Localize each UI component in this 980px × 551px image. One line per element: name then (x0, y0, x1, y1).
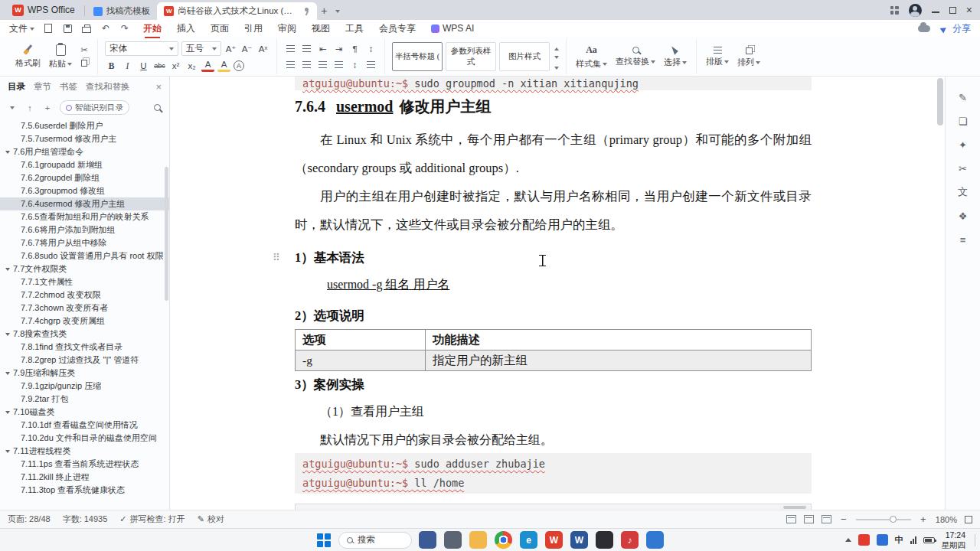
format-painter-button[interactable]: 格式刷 (13, 44, 43, 69)
select-button[interactable]: 选择 (662, 45, 689, 68)
page-indicator[interactable]: 页面: 28/48 (8, 514, 51, 525)
file-menu[interactable]: 文件 (9, 22, 34, 35)
spellcheck-status[interactable]: ✓拼写检查: 打开 (119, 514, 185, 525)
outline-item[interactable]: 7.9压缩和解压类 (0, 367, 169, 380)
outline-item[interactable]: 7.8.2grep 过滤查找及 "|" 管道符 (0, 354, 169, 367)
taskbar-search[interactable]: 搜索 (338, 532, 412, 549)
close-button[interactable]: × (966, 5, 972, 15)
chevron-down-icon[interactable] (5, 268, 10, 273)
tab-list-chevron[interactable] (331, 3, 345, 18)
shading-button[interactable] (364, 58, 377, 71)
outline-item[interactable]: 7.6.1groupadd 新增组 (0, 158, 169, 171)
menu-tab[interactable]: 工具 (345, 22, 364, 35)
outline-item[interactable]: 7.11.2kill 终止进程 (0, 471, 169, 484)
highlight-color-button[interactable]: A (217, 59, 230, 72)
outline-item[interactable]: 7.6.7将用户从组中移除 (0, 236, 169, 249)
chrome-icon[interactable] (495, 531, 512, 549)
locate-icon[interactable]: ↑ (24, 102, 35, 114)
zoom-slider[interactable] (856, 519, 911, 520)
sidebar-tab-chapters[interactable]: 章节 (34, 81, 51, 93)
numbered-list-button[interactable] (300, 42, 313, 55)
drag-handle-icon[interactable]: ⠿ (273, 252, 280, 263)
outline-item[interactable]: 7.8.1find 查找文件或者目录 (0, 341, 169, 354)
highlighter-icon[interactable]: ✦ (956, 138, 971, 152)
indent-button[interactable]: ⇥ (332, 42, 345, 55)
word-icon[interactable]: W (570, 531, 588, 549)
document-tab-2-active[interactable]: W 尚硅谷嵌入式技术之Linux (位... (157, 2, 317, 20)
menu-tab[interactable]: WPS AI (431, 22, 474, 35)
align-right-button[interactable] (316, 58, 329, 71)
font-name-select[interactable]: 宋体 (105, 41, 178, 56)
clock[interactable]: 17:24 星期四 (942, 530, 966, 549)
outline-view-icon[interactable] (822, 515, 831, 523)
outline-item[interactable]: 7.9.1gzip/gunzip 压缩 (0, 380, 169, 393)
outline-item[interactable]: 7.7.1文件属性 (0, 276, 169, 289)
page-view-icon[interactable] (786, 515, 796, 523)
edge-icon[interactable]: e (520, 531, 537, 549)
tray-app-red-icon[interactable] (858, 534, 870, 546)
redo-icon[interactable]: ↷ (119, 22, 131, 34)
snapshot-icon[interactable]: ✂ (956, 161, 971, 175)
zoom-slider-thumb[interactable] (890, 516, 897, 523)
ime-indicator[interactable]: 中 (895, 534, 903, 546)
line-spacing-button[interactable]: ↕ (348, 58, 361, 71)
menu-tab[interactable]: 开始 (143, 22, 162, 35)
increase-font-button[interactable]: A⁺ (224, 42, 237, 55)
network-icon[interactable] (910, 536, 916, 544)
web-view-icon[interactable] (804, 515, 814, 523)
bold-button[interactable]: B (105, 59, 118, 72)
translate-icon[interactable]: 文 (956, 185, 971, 199)
comment-icon[interactable]: ❏ (956, 114, 971, 128)
undo-icon[interactable]: ↶ (100, 22, 112, 34)
wps-icon[interactable]: W (545, 531, 563, 549)
gallery-up-icon[interactable] (554, 45, 559, 51)
menu-tab[interactable]: 页面 (211, 22, 229, 35)
outline-item[interactable]: 7.8搜索查找类 (0, 328, 169, 341)
outline-item[interactable]: 7.7文件权限类 (0, 262, 169, 276)
chevron-down-icon[interactable] (5, 151, 10, 156)
h-scrollbar-thumb[interactable] (783, 506, 806, 509)
font-size-select[interactable]: 五号 (181, 41, 221, 56)
document-area[interactable]: atguigu@ubuntu:~$ sudo groupmod -n xitia… (170, 77, 945, 510)
underline-button[interactable]: U (137, 59, 150, 72)
style-card-selected[interactable]: 半括号标题 ( (392, 42, 443, 71)
zoom-in-button[interactable]: + (919, 514, 928, 525)
subscript-button[interactable]: x₂ (185, 59, 198, 72)
chevron-down-icon[interactable] (5, 372, 10, 377)
outline-item[interactable]: 7.5.6userdel 删除用户 (0, 119, 169, 132)
edit-mode-icon[interactable]: ✎ (956, 90, 971, 104)
music-icon[interactable]: ♪ (621, 531, 639, 549)
tray-chevron-up-icon[interactable] (845, 535, 851, 542)
outline-item[interactable]: 7.7.4chgrp 改变所属组 (0, 315, 169, 328)
arrange-button[interactable]: 排列 (735, 45, 763, 68)
new-tab-button[interactable]: + (317, 3, 331, 18)
outline-item[interactable]: 7.10磁盘类 (0, 406, 169, 419)
pin-icon[interactable] (302, 8, 310, 15)
find-replace-button[interactable]: 查找替换 (613, 47, 658, 67)
save-icon[interactable] (61, 22, 74, 34)
justify-button[interactable] (332, 58, 345, 71)
outline-item[interactable]: 7.6.2groupdel 删除组 (0, 171, 169, 184)
superscript-button[interactable]: x² (169, 59, 182, 72)
outline-item[interactable]: 7.6.8sudo 设置普通用户具有 root 权限 (0, 249, 169, 262)
menu-tab[interactable]: 引用 (244, 22, 263, 35)
zoom-level[interactable]: 180% (936, 515, 957, 524)
align-center-button[interactable] (300, 58, 313, 71)
text-direction-button[interactable]: ↕ (364, 42, 377, 55)
align-left-button[interactable] (284, 58, 297, 71)
close-icon[interactable]: × (155, 81, 162, 93)
menu-tab[interactable]: 视图 (312, 22, 330, 35)
share-button[interactable]: 分享 (941, 22, 971, 35)
decrease-font-button[interactable]: A⁻ (240, 42, 253, 55)
outline-item[interactable]: 7.6.5查看附加组和用户的映射关系 (0, 210, 169, 223)
outline-item[interactable]: 7.10.2du 文件和目录的磁盘使用空间 (0, 432, 169, 445)
enclose-character-button[interactable]: A (234, 60, 244, 71)
document-tab-1[interactable]: 找稿壳模板 (87, 2, 158, 20)
font-color-button[interactable]: A (201, 59, 214, 72)
style-card[interactable]: 参数列表样式 (446, 42, 496, 71)
user-avatar[interactable] (909, 4, 922, 17)
outline-item[interactable]: 7.11进程线程类 (0, 445, 169, 458)
apps-grid-icon[interactable] (890, 6, 899, 15)
chevron-down-icon[interactable] (5, 450, 10, 455)
zoom-out-button[interactable]: − (839, 514, 848, 525)
